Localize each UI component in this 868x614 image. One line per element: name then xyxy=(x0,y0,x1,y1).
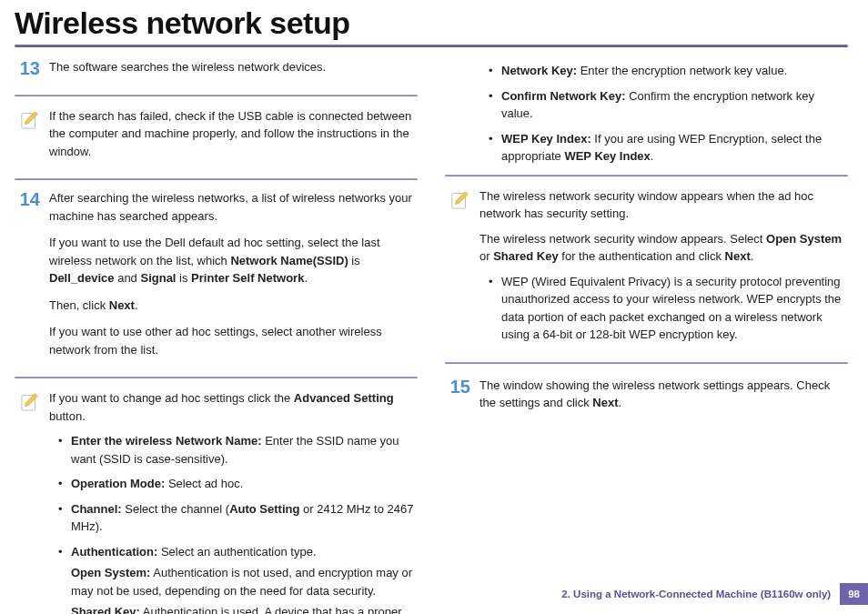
label: Shared Key: xyxy=(71,605,140,614)
t: Dell_device xyxy=(49,271,115,285)
label: Authentication: xyxy=(71,545,157,559)
t: . xyxy=(651,149,654,163)
t: The wireless network security window app… xyxy=(479,232,766,246)
label: Enter the wireless Network Name: xyxy=(71,434,262,448)
step-body: The software searches the wireless netwo… xyxy=(49,58,418,86)
t: Select the channel ( xyxy=(122,502,230,516)
t: button. xyxy=(49,409,86,423)
note-text: The wireless network security window app… xyxy=(479,230,848,266)
step-13: 13 The software searches the wireless ne… xyxy=(15,58,418,86)
t: Next xyxy=(592,396,618,409)
t: . xyxy=(304,271,308,285)
sub-item: Open System: Authentication is not used,… xyxy=(71,564,418,599)
note-advanced-setting: If you want to change ad hoc settings cl… xyxy=(15,388,418,614)
step-body: After searching the wireless networks, a… xyxy=(49,189,418,367)
step-text: Then, click Next. xyxy=(49,297,418,315)
t: The window showing the wireless network … xyxy=(479,378,830,410)
step-14: 14 After searching the wireless networks… xyxy=(15,189,418,367)
page-footer: 2. Using a Network-Connected Machine (B1… xyxy=(561,583,868,605)
t: is xyxy=(176,271,191,285)
note-icon xyxy=(450,189,470,209)
t: Shared Key xyxy=(493,249,559,263)
label: Network Key: xyxy=(501,64,577,77)
footer-page-number: 98 xyxy=(840,583,868,605)
left-column: 13 The software searches the wireless ne… xyxy=(15,58,418,614)
divider xyxy=(445,175,848,176)
step-text: After searching the wireless networks, a… xyxy=(49,189,418,225)
list-item: WEP Key Index: If you are using WEP Encr… xyxy=(489,130,848,166)
page-title: Wireless network setup xyxy=(15,5,848,41)
divider xyxy=(15,95,418,96)
t: Open System xyxy=(766,232,842,246)
step-text: The software searches the wireless netwo… xyxy=(49,58,418,76)
t: for the authentication and click xyxy=(559,249,725,263)
t: . xyxy=(751,249,754,263)
t: Auto Setting xyxy=(229,502,299,516)
note-text: If the search has failed, check if the U… xyxy=(49,107,418,161)
divider xyxy=(445,362,848,364)
t: Printer Self Network xyxy=(191,271,304,285)
step-number: 14 xyxy=(15,189,40,367)
t: Select an authentication type. xyxy=(157,545,316,559)
note-text: The wireless network security window app… xyxy=(479,187,848,223)
note-security-window: The wireless network security window app… xyxy=(445,186,848,353)
footer-chapter: 2. Using a Network-Connected Machine (B1… xyxy=(561,583,840,605)
step-text: If you want to use the Dell default ad h… xyxy=(49,234,418,287)
step-number: 13 xyxy=(15,58,40,86)
note-body: The wireless network security window app… xyxy=(479,187,848,351)
t: and xyxy=(115,271,141,285)
list-item: WEP (Wired Equivalent Privacy) is a secu… xyxy=(489,273,848,344)
note-search-failed: If the search has failed, check if the U… xyxy=(15,106,418,170)
note-list: Enter the wireless Network Name: Enter t… xyxy=(49,432,418,614)
t: Next xyxy=(725,249,751,263)
note-icon xyxy=(20,391,40,411)
note-body: If you want to change ad hoc settings cl… xyxy=(49,389,418,614)
label: Open System: xyxy=(71,566,150,579)
t: is xyxy=(348,254,360,267)
label: WEP Key Index: xyxy=(501,132,591,146)
label: Confirm Network Key: xyxy=(501,89,626,103)
content-columns: 13 The software searches the wireless ne… xyxy=(15,58,848,614)
t: or xyxy=(479,249,493,263)
note-icon-wrap xyxy=(15,389,40,614)
t: Then, click xyxy=(49,298,109,312)
list-item: Confirm Network Key: Confirm the encrypt… xyxy=(489,87,848,123)
step-body: The window showing the wireless network … xyxy=(479,377,848,421)
t: Select ad hoc. xyxy=(165,477,243,490)
note-list: Network Key: Enter the encryption networ… xyxy=(479,62,848,166)
divider xyxy=(15,377,418,378)
note-body: If the search has failed, check if the U… xyxy=(49,107,418,168)
note-icon-wrap xyxy=(15,107,40,168)
t: . xyxy=(618,396,621,409)
note-cont: Network Key: Enter the encryption networ… xyxy=(445,62,848,166)
t: Enter the encryption network key value. xyxy=(577,64,787,77)
list-item: Network Key: Enter the encryption networ… xyxy=(489,62,848,80)
step-text: The window showing the wireless network … xyxy=(479,377,848,412)
note-icon xyxy=(20,109,40,129)
t: Advanced Setting xyxy=(294,391,394,405)
t: WEP Key Index xyxy=(564,149,650,163)
step-number: 15 xyxy=(445,377,470,421)
label: Operation Mode: xyxy=(71,477,165,490)
t: If you want to change ad hoc settings cl… xyxy=(49,391,294,405)
t: Signal xyxy=(140,271,176,285)
title-divider xyxy=(15,45,848,47)
list-item: Enter the wireless Network Name: Enter t… xyxy=(58,432,418,468)
list-item: Operation Mode: Select ad hoc. xyxy=(58,475,418,493)
right-column: Network Key: Enter the encryption networ… xyxy=(445,58,848,614)
label: Channel: xyxy=(71,502,122,516)
note-icon-wrap xyxy=(445,187,470,351)
divider xyxy=(15,178,418,180)
step-15: 15 The window showing the wireless netwo… xyxy=(445,377,848,421)
list-item: Channel: Select the channel (Auto Settin… xyxy=(58,500,418,536)
t: Network Name(SSID) xyxy=(230,254,348,267)
t: . xyxy=(135,298,138,312)
note-list: WEP (Wired Equivalent Privacy) is a secu… xyxy=(479,273,848,344)
t: Next xyxy=(109,298,135,312)
step-text: If you want to use other ad hoc settings… xyxy=(49,323,418,358)
sub-item: Shared Key: Authentication is used. A de… xyxy=(71,603,418,614)
note-lead: If you want to change ad hoc settings cl… xyxy=(49,389,418,425)
list-item: Authentication: Select an authentication… xyxy=(58,543,418,615)
